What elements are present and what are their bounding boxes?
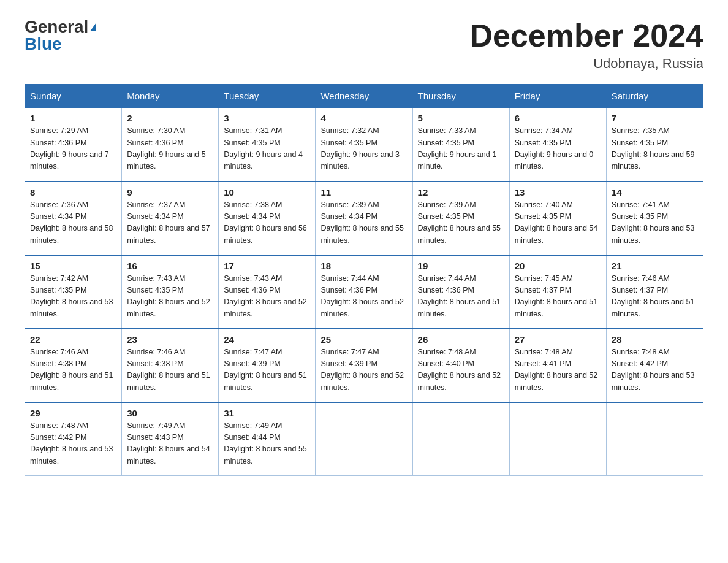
day-number: 21: [612, 261, 698, 271]
day-info: Sunrise: 7:45 AMSunset: 4:37 PMDaylight:…: [515, 273, 601, 321]
col-header-thursday: Thursday: [412, 85, 509, 108]
day-info: Sunrise: 7:39 AMSunset: 4:34 PMDaylight:…: [320, 199, 407, 247]
day-info: Sunrise: 7:36 AMSunset: 4:34 PMDaylight:…: [30, 199, 116, 247]
calendar-cell: 26Sunrise: 7:48 AMSunset: 4:40 PMDayligh…: [412, 329, 509, 402]
day-number: 1: [30, 113, 116, 123]
calendar-cell: 27Sunrise: 7:48 AMSunset: 4:41 PMDayligh…: [509, 329, 606, 402]
day-info: Sunrise: 7:46 AMSunset: 4:37 PMDaylight:…: [612, 273, 698, 321]
col-header-wednesday: Wednesday: [316, 85, 412, 108]
day-info: Sunrise: 7:35 AMSunset: 4:35 PMDaylight:…: [612, 125, 698, 173]
logo-general-text: General: [25, 18, 88, 36]
day-number: 2: [127, 113, 213, 123]
calendar-week-row: 1Sunrise: 7:29 AMSunset: 4:36 PMDaylight…: [25, 108, 703, 182]
day-number: 15: [30, 261, 116, 271]
calendar-table: SundayMondayTuesdayWednesdayThursdayFrid…: [25, 84, 703, 476]
day-number: 14: [612, 187, 698, 197]
month-title: December 2024: [469, 18, 703, 53]
calendar-cell: 23Sunrise: 7:46 AMSunset: 4:38 PMDayligh…: [122, 329, 219, 402]
day-info: Sunrise: 7:46 AMSunset: 4:38 PMDaylight:…: [127, 347, 213, 394]
day-info: Sunrise: 7:44 AMSunset: 4:36 PMDaylight:…: [320, 273, 407, 321]
calendar-cell: 2Sunrise: 7:30 AMSunset: 4:36 PMDaylight…: [122, 108, 219, 182]
calendar-cell: 31Sunrise: 7:49 AMSunset: 4:44 PMDayligh…: [219, 402, 316, 476]
calendar-cell: 22Sunrise: 7:46 AMSunset: 4:38 PMDayligh…: [25, 329, 122, 402]
day-info: Sunrise: 7:38 AMSunset: 4:34 PMDaylight:…: [224, 199, 310, 247]
day-info: Sunrise: 7:47 AMSunset: 4:39 PMDaylight:…: [320, 347, 407, 394]
day-info: Sunrise: 7:34 AMSunset: 4:35 PMDaylight:…: [515, 125, 601, 173]
day-number: 16: [127, 261, 213, 271]
calendar-week-row: 22Sunrise: 7:46 AMSunset: 4:38 PMDayligh…: [25, 329, 703, 402]
day-info: Sunrise: 7:44 AMSunset: 4:36 PMDaylight:…: [418, 273, 504, 321]
title-area: December 2024 Udobnaya, Russia: [469, 18, 703, 72]
col-header-sunday: Sunday: [25, 85, 122, 108]
col-header-tuesday: Tuesday: [219, 85, 316, 108]
calendar-cell: [606, 402, 703, 476]
calendar-week-row: 29Sunrise: 7:48 AMSunset: 4:42 PMDayligh…: [25, 402, 703, 476]
day-info: Sunrise: 7:47 AMSunset: 4:39 PMDaylight:…: [224, 347, 310, 394]
day-number: 25: [320, 334, 407, 345]
calendar-week-row: 8Sunrise: 7:36 AMSunset: 4:34 PMDaylight…: [25, 182, 703, 255]
day-number: 10: [224, 187, 310, 197]
day-number: 8: [30, 187, 116, 197]
day-info: Sunrise: 7:41 AMSunset: 4:35 PMDaylight:…: [612, 199, 698, 247]
location: Udobnaya, Russia: [469, 56, 703, 72]
calendar-cell: 15Sunrise: 7:42 AMSunset: 4:35 PMDayligh…: [25, 255, 122, 329]
day-info: Sunrise: 7:32 AMSunset: 4:35 PMDaylight:…: [320, 125, 407, 173]
day-info: Sunrise: 7:48 AMSunset: 4:40 PMDaylight:…: [418, 347, 504, 394]
calendar-cell: 24Sunrise: 7:47 AMSunset: 4:39 PMDayligh…: [219, 329, 316, 402]
calendar-cell: 12Sunrise: 7:39 AMSunset: 4:35 PMDayligh…: [412, 182, 509, 255]
day-info: Sunrise: 7:29 AMSunset: 4:36 PMDaylight:…: [30, 125, 116, 173]
calendar-cell: 6Sunrise: 7:34 AMSunset: 4:35 PMDaylight…: [509, 108, 606, 182]
calendar-header-row: SundayMondayTuesdayWednesdayThursdayFrid…: [25, 85, 703, 108]
day-number: 26: [418, 334, 504, 345]
calendar-cell: 17Sunrise: 7:43 AMSunset: 4:36 PMDayligh…: [219, 255, 316, 329]
day-number: 20: [515, 261, 601, 271]
logo-blue-text: Blue: [25, 36, 62, 53]
day-info: Sunrise: 7:43 AMSunset: 4:36 PMDaylight:…: [224, 273, 310, 321]
calendar-cell: 19Sunrise: 7:44 AMSunset: 4:36 PMDayligh…: [412, 255, 509, 329]
day-info: Sunrise: 7:31 AMSunset: 4:35 PMDaylight:…: [224, 125, 310, 173]
calendar-cell: 30Sunrise: 7:49 AMSunset: 4:43 PMDayligh…: [122, 402, 219, 476]
day-number: 11: [320, 187, 407, 197]
day-number: 5: [418, 113, 504, 123]
logo: General Blue: [25, 18, 96, 53]
day-number: 28: [612, 334, 698, 345]
day-number: 3: [224, 113, 310, 123]
day-number: 7: [612, 113, 698, 123]
calendar-cell: 8Sunrise: 7:36 AMSunset: 4:34 PMDaylight…: [25, 182, 122, 255]
day-number: 12: [418, 187, 504, 197]
day-number: 23: [127, 334, 213, 345]
day-number: 18: [320, 261, 407, 271]
day-number: 24: [224, 334, 310, 345]
day-info: Sunrise: 7:37 AMSunset: 4:34 PMDaylight:…: [127, 199, 213, 247]
calendar-cell: 3Sunrise: 7:31 AMSunset: 4:35 PMDaylight…: [219, 108, 316, 182]
col-header-monday: Monday: [122, 85, 219, 108]
page-header: General Blue December 2024 Udobnaya, Rus…: [25, 18, 703, 72]
day-info: Sunrise: 7:48 AMSunset: 4:42 PMDaylight:…: [612, 347, 698, 394]
calendar-cell: [509, 402, 606, 476]
day-number: 13: [515, 187, 601, 197]
day-info: Sunrise: 7:46 AMSunset: 4:38 PMDaylight:…: [30, 347, 116, 394]
calendar-cell: [316, 402, 412, 476]
calendar-cell: 21Sunrise: 7:46 AMSunset: 4:37 PMDayligh…: [606, 255, 703, 329]
day-number: 6: [515, 113, 601, 123]
day-number: 31: [224, 408, 310, 418]
calendar-cell: 20Sunrise: 7:45 AMSunset: 4:37 PMDayligh…: [509, 255, 606, 329]
calendar-cell: 18Sunrise: 7:44 AMSunset: 4:36 PMDayligh…: [316, 255, 412, 329]
col-header-friday: Friday: [509, 85, 606, 108]
calendar-cell: [412, 402, 509, 476]
day-number: 27: [515, 334, 601, 345]
day-number: 19: [418, 261, 504, 271]
calendar-cell: 5Sunrise: 7:33 AMSunset: 4:35 PMDaylight…: [412, 108, 509, 182]
day-info: Sunrise: 7:33 AMSunset: 4:35 PMDaylight:…: [418, 125, 504, 173]
day-number: 4: [320, 113, 407, 123]
day-number: 17: [224, 261, 310, 271]
day-info: Sunrise: 7:48 AMSunset: 4:41 PMDaylight:…: [515, 347, 601, 394]
col-header-saturday: Saturday: [606, 85, 703, 108]
day-info: Sunrise: 7:49 AMSunset: 4:43 PMDaylight:…: [127, 420, 213, 468]
day-info: Sunrise: 7:40 AMSunset: 4:35 PMDaylight:…: [515, 199, 601, 247]
calendar-cell: 10Sunrise: 7:38 AMSunset: 4:34 PMDayligh…: [219, 182, 316, 255]
day-number: 30: [127, 408, 213, 418]
calendar-cell: 1Sunrise: 7:29 AMSunset: 4:36 PMDaylight…: [25, 108, 122, 182]
calendar-cell: 11Sunrise: 7:39 AMSunset: 4:34 PMDayligh…: [316, 182, 412, 255]
day-info: Sunrise: 7:49 AMSunset: 4:44 PMDaylight:…: [224, 420, 310, 468]
